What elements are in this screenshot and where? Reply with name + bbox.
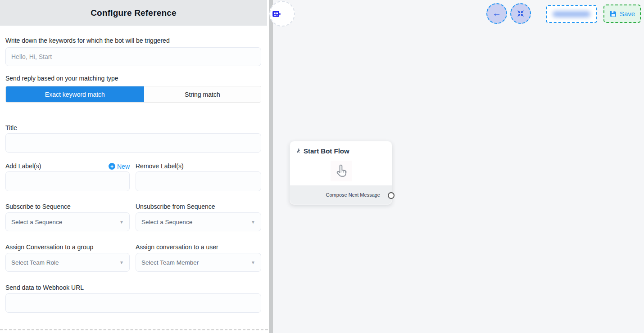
chevron-down-icon: ▼ (119, 220, 124, 225)
panel-body: Write down the keywords for which the bo… (0, 37, 269, 313)
assign-user-label: Assign conversation to a user (136, 243, 261, 251)
plus-circle-icon: + (109, 163, 115, 170)
assign-user-value: Select Team Member (141, 259, 199, 266)
node-footer: Compose Next Message (290, 185, 392, 204)
blurred-label (553, 11, 590, 17)
unsubscribe-sequence-label: Unsubscribe from Sequence (136, 203, 261, 211)
webhook-input[interactable] (5, 293, 261, 313)
configure-reference-panel: Configure Reference Write down the keywo… (0, 0, 269, 333)
new-link-text: New (117, 163, 130, 170)
unsubscribe-sequence-select[interactable]: Select a Sequence ▼ (136, 212, 261, 231)
assign-group-label: Assign Conversation to a group (5, 243, 130, 251)
add-labels-label: Add Label(s) (5, 162, 41, 170)
panel-scrollbar[interactable] (269, 0, 273, 333)
compose-next-message-label: Compose Next Message (326, 192, 380, 198)
tab-string-match[interactable]: String match (144, 86, 261, 102)
unsubscribe-sequence-value: Select a Sequence (141, 219, 192, 225)
node-header: Start Bot Flow (290, 141, 392, 155)
webhook-label: Send data to Webhook URL (5, 284, 261, 292)
hand-pointer-icon (333, 163, 349, 179)
scrollbar-thumb[interactable] (269, 0, 273, 333)
tab-exact-keyword-match[interactable]: Exact keyword match (6, 86, 144, 102)
flow-canvas[interactable]: Start Bot Flow Compose Next Message (273, 0, 644, 333)
page-title: Configure Reference (91, 8, 177, 18)
save-button-label: Save (620, 10, 635, 18)
bot-icon (272, 9, 281, 18)
chevron-down-icon: ▼ (251, 220, 255, 225)
save-floppy-icon (609, 10, 617, 18)
save-button[interactable]: Save (603, 4, 641, 23)
hand-pointer-cursor (331, 161, 352, 181)
new-label-link[interactable]: + New (109, 163, 130, 170)
subscribe-sequence-label: Subscribe to Sequence (5, 203, 130, 211)
remove-labels-input[interactable] (136, 171, 261, 191)
chevron-down-icon: ▼ (251, 260, 255, 265)
node-title: Start Bot Flow (304, 147, 349, 155)
start-bot-flow-node[interactable]: Start Bot Flow Compose Next Message (290, 141, 392, 205)
remove-labels-label: Remove Label(s) (136, 162, 261, 170)
keywords-label: Write down the keywords for which the bo… (5, 37, 261, 45)
back-arrow-icon: ← (492, 9, 501, 18)
matching-type-tabs: Exact keyword match String match (5, 86, 261, 103)
fit-view-button[interactable] (510, 3, 531, 24)
back-button[interactable]: ← (486, 3, 507, 24)
assign-user-select[interactable]: Select Team Member ▼ (136, 253, 261, 272)
title-label: Title (5, 124, 261, 132)
subscribe-sequence-select[interactable]: Select a Sequence ▼ (5, 212, 130, 231)
add-labels-input[interactable] (5, 171, 130, 191)
title-input[interactable] (5, 133, 261, 153)
assign-group-value: Select Team Role (11, 259, 59, 266)
matching-type-label: Send reply based on your matching type (5, 75, 261, 82)
subscribe-sequence-value: Select a Sequence (11, 219, 62, 225)
blurred-action-button[interactable] (546, 5, 597, 23)
bot-node-puck[interactable] (269, 1, 295, 27)
panel-bottom-divider (0, 329, 268, 330)
connection-handle[interactable] (388, 192, 395, 199)
keywords-input[interactable] (5, 47, 261, 66)
fit-view-icon (517, 9, 525, 18)
chevron-down-icon: ▼ (119, 260, 124, 265)
assign-group-select[interactable]: Select Team Role ▼ (5, 253, 130, 272)
walking-person-icon (296, 148, 301, 154)
panel-header: Configure Reference (0, 0, 267, 26)
